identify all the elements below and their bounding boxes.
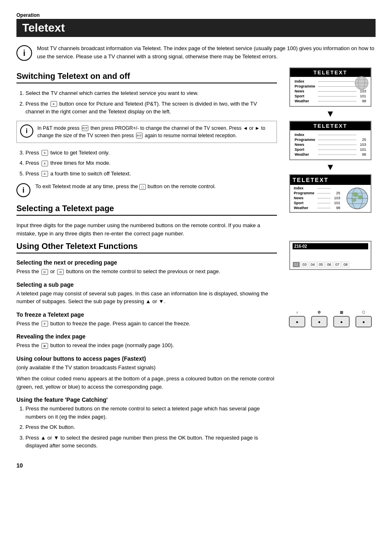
row-label: News [294,196,316,200]
teletext-screen-3: TELETEXT Index Programme 25 [289,174,371,213]
info-icon: i [16,45,32,61]
remote-buttons-row: ♪ ● ✿ ● ▦ ● ⬡ [289,310,372,327]
sub5-text2: When the colour coded menu appears at th… [16,375,277,391]
teletext-row: Weather 98 [292,205,342,210]
row-val: 103 [332,196,340,200]
list-item: Select the TV channel which carries the … [25,89,277,97]
row-label: Programme [294,191,316,195]
teletext-row: Programme 25 [293,137,368,142]
subpage-num: 06 [325,262,333,267]
subpage-num: 05 [317,262,325,267]
row-label: Weather [294,206,316,210]
remote-btn-symbol-4: ● [362,320,365,324]
page-container: Operation Teletext i Most TV channels br… [16,12,376,469]
subpage-num: 07 [334,262,341,267]
teletext-row: Index [293,132,368,137]
section3-block: Using Other Teletext Functions Selecting… [16,242,277,450]
list-item: Press ≡ three times for Mix mode. [25,159,277,167]
dotline [318,135,356,135]
pt-icon: P/T [82,125,88,131]
section1-title: Switching Teletext on and off [16,71,277,83]
row-label: Index [295,133,317,137]
teletext-row: Programme 25 [292,191,342,196]
remote-btn-container-1: ♪ ● [289,310,305,327]
teletext-rows-2: Index Programme 25 News 103 [290,131,371,159]
small-info-text-1: In P&T mode press P/T then press PROGR+/… [37,124,273,139]
row-val: 101 [332,201,340,205]
dotline [318,154,356,155]
menu-icon: ≡ [51,101,57,107]
subpage-top: 216-02 [293,243,368,249]
sub6-title: Using the feature 'Page Catching' [16,396,277,403]
row-val: 98 [332,206,340,210]
remote-button-4[interactable]: ● [355,316,372,327]
page-number: 10 [16,462,277,469]
row-val: 98 [358,99,366,103]
teletext-rows-3-left: Index Programme 25 News 103 [290,185,344,212]
dotline [318,150,356,150]
teletext-header-2: TELETEXT [290,122,371,131]
row-label: News [295,143,317,147]
freeze-icon: ≡ [42,321,48,327]
remote-btn-container-3: ▦ ● [333,310,350,327]
dotline [318,81,356,82]
sub3-title: To freeze a Teletext page [16,311,277,318]
dotline [318,101,356,101]
sub2-title: Selecting a sub page [16,281,277,288]
list-item: Press ≡ a fourth time to switch off Tele… [25,170,277,178]
teletext-row: News 103 [293,142,368,147]
remote-btn-icon-label-1: ♪ [296,310,298,314]
row-label: Sport [295,147,317,152]
next-icon: ⊙ [57,269,64,275]
row-val: 103 [358,143,366,147]
teletext-row: Sport 101 [293,147,368,152]
row-val: 98 [358,152,366,157]
dotline [318,203,330,203]
teletext-row: Weather 98 [293,99,368,104]
list-item: Press ≡ twice to get Teletext only. [25,149,277,157]
section3-title: Using Other Teletext Functions [16,242,277,253]
exit-icon: □ [139,184,146,190]
operation-label: Operation [16,12,376,18]
globe-svg [346,187,369,210]
dotline [318,188,330,189]
row-label: Index [295,79,317,83]
sub1-text: Press the ⊙ or ⊙ buttons on the remote c… [16,267,277,276]
list-item: Press the ≡ button once for Picture and … [25,100,277,116]
row-label: Sport [295,94,317,98]
row-label: Sport [294,201,316,205]
remote-btn-container-2: ✿ ● [311,310,327,327]
small-info-box-1: i In P&T mode press P/T then press PROGR… [16,121,277,143]
remote-btn-icon-label-4: ⬡ [362,310,365,314]
dotline [318,208,330,208]
remote-btn-symbol-1: ● [296,320,298,324]
content-area: Switching Teletext on and off Select the… [16,67,277,469]
remote-button-1[interactable]: ● [289,316,305,327]
list-item: Press the numbered buttons on the remote… [25,405,277,421]
remote-button-3[interactable]: ● [333,316,350,327]
dotline [318,140,356,140]
prev-icon: ⊙ [42,269,48,275]
teletext-header-3: TELETEXT [290,175,371,185]
row-label: News [295,89,317,93]
main-layout: Switching Teletext on and off Select the… [16,67,376,469]
remote-btn-icon-label-2: ✿ [318,310,321,314]
teletext-screen-2: TELETEXT Index Programme 25 News [289,121,371,160]
teletext-body-3: Index Programme 25 News 103 [290,185,371,212]
teletext-row: Weather 98 [293,152,368,157]
info-icon-2: i [16,183,30,197]
list-item: Press the OK button. [25,423,277,431]
teletext-row: News 103 [292,196,342,200]
teletext-row: Sport 101 [292,200,342,205]
row-val: 25 [332,191,340,195]
globe-icon [354,76,369,90]
remote-button-2[interactable]: ● [311,316,327,327]
subpage-numbers: 02 03 04 05 06 07 08 [293,262,368,267]
page-title: Teletext [16,19,376,37]
row-label: Index [294,186,316,190]
section1-block: Switching Teletext on and off Select the… [16,71,277,197]
globe-area [344,185,371,212]
sub2-text: A teletext page may consist of several s… [16,290,277,306]
sub4-title: Revealing the index page [16,333,277,340]
intro-info-box: i Most TV channels broadcast information… [16,44,376,61]
